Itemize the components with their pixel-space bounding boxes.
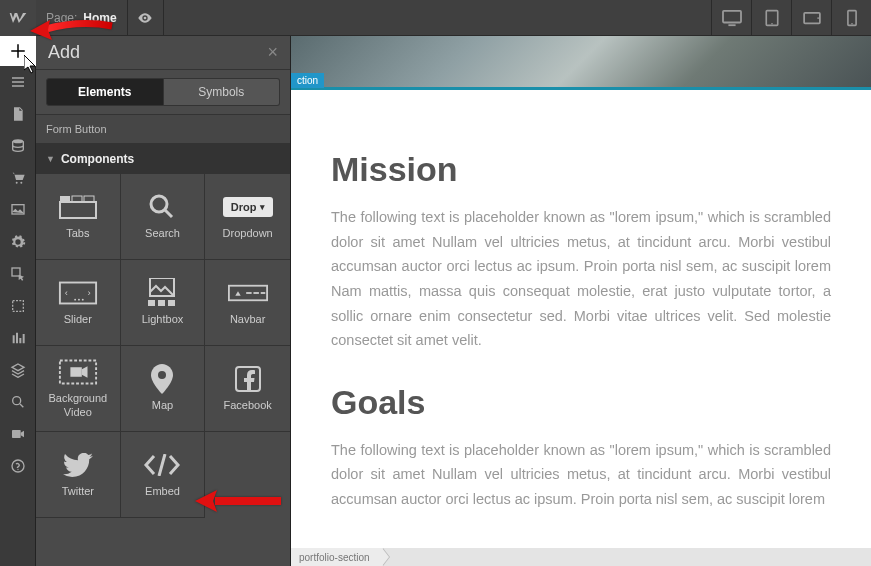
design-canvas[interactable]: ction Mission The following text is plac…: [291, 36, 871, 548]
svg-rect-31: [148, 300, 155, 306]
svg-point-11: [20, 182, 22, 184]
svg-rect-32: [158, 300, 165, 306]
heading-goals[interactable]: Goals: [331, 383, 831, 422]
tabs-component[interactable]: Tabs: [36, 174, 121, 260]
svg-rect-35: [246, 292, 251, 294]
assets-button[interactable]: [0, 194, 36, 226]
page-label: Page:: [46, 11, 77, 25]
audit-button[interactable]: [0, 322, 36, 354]
page-selector[interactable]: Page: Home: [36, 0, 128, 35]
webflow-logo[interactable]: [0, 0, 36, 36]
search-icon: [10, 394, 26, 410]
eye-icon: [137, 10, 153, 26]
add-elements-button[interactable]: [0, 36, 36, 66]
device-mobile[interactable]: [831, 0, 871, 35]
top-bar: Page: Home: [0, 0, 871, 36]
ecommerce-button[interactable]: [0, 162, 36, 194]
hero-image-section[interactable]: ction: [291, 36, 871, 90]
svg-point-4: [771, 22, 773, 24]
svg-rect-16: [12, 430, 21, 438]
plus-icon: [9, 42, 27, 60]
svg-rect-20: [60, 196, 70, 202]
svg-rect-2: [728, 24, 735, 26]
svg-rect-39: [70, 368, 81, 378]
lightbox-component[interactable]: Lightbox: [121, 260, 206, 346]
cms-button[interactable]: [0, 130, 36, 162]
component-label: Map: [152, 399, 173, 412]
facebook-icon: [228, 365, 268, 393]
bgvideo-component[interactable]: Background Video: [36, 346, 121, 432]
panel-tabs: Elements Symbols: [36, 70, 290, 114]
tablet-landscape-icon: [802, 11, 822, 25]
settings-button[interactable]: [0, 226, 36, 258]
section-label: Components: [61, 152, 134, 166]
svg-rect-1: [723, 10, 741, 22]
component-label: Slider: [64, 313, 92, 326]
form-button-row[interactable]: Form Button: [36, 114, 290, 144]
help-icon: [10, 458, 26, 474]
search-icon: [142, 193, 182, 221]
twitter-component[interactable]: Twitter: [36, 432, 121, 518]
selector-button[interactable]: [0, 290, 36, 322]
svg-point-10: [16, 182, 18, 184]
slider-component[interactable]: ‹› Slider: [36, 260, 121, 346]
component-label: Embed: [145, 485, 180, 498]
search-component[interactable]: Search: [121, 174, 206, 260]
search-button[interactable]: [0, 386, 36, 418]
add-panel: Add × Elements Symbols Form Button ▼ Com…: [36, 36, 291, 566]
dropdown-component[interactable]: Drop▾ Dropdown: [205, 174, 290, 260]
bars-icon: [10, 330, 26, 346]
map-component[interactable]: Map: [121, 346, 206, 432]
svg-rect-14: [13, 301, 24, 312]
tablet-icon: [764, 9, 780, 27]
svg-point-28: [78, 299, 80, 301]
device-desktop[interactable]: [711, 0, 751, 35]
help-button[interactable]: [0, 450, 36, 482]
mobile-icon: [846, 9, 858, 27]
tabs-icon: [58, 193, 98, 221]
svg-point-6: [817, 17, 819, 19]
breadcrumb-item[interactable]: portfolio-section: [291, 548, 382, 566]
cart-icon: [10, 170, 26, 186]
svg-point-0: [144, 16, 147, 19]
svg-text:›: ›: [87, 287, 90, 298]
device-switcher: [711, 0, 871, 35]
components-section-header[interactable]: ▼ Components: [36, 144, 290, 174]
heading-mission[interactable]: Mission: [331, 150, 831, 189]
bgvideo-icon: [58, 358, 98, 386]
component-label: Lightbox: [142, 313, 184, 326]
slider-icon: ‹›: [58, 279, 98, 307]
layers-button[interactable]: [0, 354, 36, 386]
device-tablet-landscape[interactable]: [791, 0, 831, 35]
component-label: Background Video: [48, 392, 107, 418]
tab-elements[interactable]: Elements: [46, 78, 164, 106]
pages-button[interactable]: [0, 98, 36, 130]
component-label: Facebook: [224, 399, 272, 412]
tab-symbols[interactable]: Symbols: [164, 78, 281, 106]
embed-component[interactable]: Embed: [121, 432, 206, 518]
device-tablet[interactable]: [751, 0, 791, 35]
svg-rect-36: [253, 292, 258, 294]
map-pin-icon: [142, 365, 182, 393]
left-rail: [0, 36, 36, 566]
facebook-component[interactable]: Facebook: [205, 346, 290, 432]
svg-point-18: [17, 469, 18, 470]
preview-button[interactable]: [128, 0, 164, 36]
paragraph-goals[interactable]: The following text is placeholder known …: [331, 438, 831, 512]
svg-point-23: [151, 196, 167, 212]
navbar-icon: [228, 279, 268, 307]
svg-point-27: [74, 299, 76, 301]
twitter-icon: [58, 451, 98, 479]
paragraph-mission[interactable]: The following text is placeholder known …: [331, 205, 831, 353]
panel-title: Add: [48, 42, 267, 63]
navbar-component[interactable]: Navbar: [205, 260, 290, 346]
video-button[interactable]: [0, 418, 36, 450]
close-panel-button[interactable]: ×: [267, 42, 278, 63]
interactions-button[interactable]: [0, 258, 36, 290]
lightbox-icon: [142, 279, 182, 307]
navigator-button[interactable]: [0, 66, 36, 98]
svg-rect-37: [260, 292, 265, 294]
marquee-icon: [10, 298, 26, 314]
content-section[interactable]: Mission The following text is placeholde…: [291, 90, 871, 548]
svg-point-40: [158, 371, 166, 379]
